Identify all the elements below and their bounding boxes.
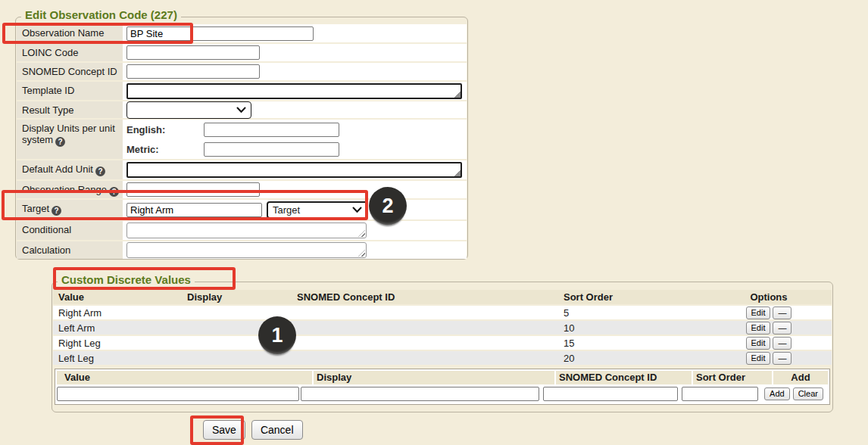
- add-table-header: Value Display SNOMED Concept ID Sort Ord…: [57, 371, 828, 384]
- row-snomed: SNOMED Concept ID: [17, 63, 467, 80]
- discrete-table-header: Value Display SNOMED Concept ID Sort Ord…: [53, 290, 832, 304]
- help-icon[interactable]: ?: [109, 187, 119, 197]
- result-type-label: Result Type: [17, 101, 123, 118]
- remove-button[interactable]: —: [773, 337, 792, 350]
- template-id-label: Template ID: [17, 82, 123, 100]
- header-sort-order: Sort Order: [562, 291, 706, 303]
- save-button[interactable]: Save: [203, 420, 245, 440]
- row-template-id: Template ID: [17, 82, 467, 100]
- add-sort-order-input[interactable]: [682, 387, 758, 401]
- english-units-label: English:: [126, 124, 204, 135]
- add-header-sort-order: Sort Order: [693, 371, 772, 384]
- default-add-unit-label: Default Add Unit?: [17, 160, 123, 179]
- calculation-label: Calculation: [17, 241, 123, 259]
- row-value: Left Arm: [53, 322, 187, 334]
- add-snomed-input[interactable]: [543, 387, 678, 401]
- remove-button[interactable]: —: [773, 352, 792, 365]
- page: Edit Observation Code (227) Observation …: [0, 0, 868, 445]
- metric-units-label: Metric:: [126, 144, 204, 155]
- calculation-textarea[interactable]: [126, 242, 367, 258]
- edit-button[interactable]: Edit: [746, 337, 771, 350]
- clear-button[interactable]: Clear: [793, 387, 823, 400]
- header-value: Value: [53, 291, 187, 303]
- custom-discrete-values-legend: Custom Discrete Values: [58, 273, 195, 286]
- observation-name-input[interactable]: [126, 26, 314, 41]
- result-type-select[interactable]: [126, 101, 251, 119]
- custom-discrete-values-fieldset: Custom Discrete Values Value Display SNO…: [52, 282, 833, 412]
- table-row: Left Leg 20 Edit —: [53, 351, 832, 365]
- observation-range-input[interactable]: [126, 182, 260, 197]
- header-options: Options: [706, 291, 832, 303]
- row-value: Right Arm: [53, 307, 187, 319]
- add-header-add: Add: [773, 371, 828, 384]
- help-icon[interactable]: ?: [55, 137, 65, 147]
- remove-button[interactable]: —: [773, 307, 792, 319]
- form-actions: Save Cancel: [203, 420, 303, 440]
- add-value-input[interactable]: [57, 387, 299, 401]
- target-select[interactable]: Target: [267, 201, 368, 219]
- display-units-label: Display Units per unit system?: [17, 120, 123, 159]
- target-selected-value: Target: [273, 204, 300, 216]
- snomed-input[interactable]: [126, 64, 260, 79]
- row-value: Right Leg: [53, 338, 187, 349]
- row-conditional: Conditional: [17, 221, 467, 240]
- conditional-label: Conditional: [17, 221, 123, 240]
- row-observation-name: Observation Name: [17, 24, 467, 42]
- chevron-down-icon: [236, 107, 246, 114]
- add-discrete-value-box: Value Display SNOMED Concept ID Sort Ord…: [55, 369, 830, 405]
- row-result-type: Result Type: [17, 101, 467, 118]
- metric-units-input[interactable]: [204, 142, 339, 157]
- target-input[interactable]: [126, 203, 262, 217]
- observation-name-label: Observation Name: [17, 24, 123, 42]
- template-id-textarea[interactable]: [126, 83, 462, 99]
- step-badge-1: 1: [258, 316, 296, 354]
- help-icon[interactable]: ?: [95, 166, 105, 176]
- loinc-label: LOINC Code: [17, 44, 123, 61]
- header-display: Display: [187, 291, 297, 303]
- row-default-add-unit: Default Add Unit?: [17, 160, 467, 179]
- chevron-down-icon: [352, 207, 362, 213]
- table-row: Right Arm 5 Edit —: [53, 306, 832, 319]
- row-value: Left Leg: [53, 353, 187, 364]
- loinc-input[interactable]: [126, 45, 260, 60]
- edit-observation-legend: Edit Observation Code (227): [21, 8, 181, 21]
- help-icon[interactable]: ?: [52, 206, 61, 216]
- header-snomed: SNOMED Concept ID: [297, 291, 562, 303]
- add-display-input[interactable]: [301, 387, 539, 401]
- target-label: Target?: [17, 200, 123, 219]
- snomed-label: SNOMED Concept ID: [17, 63, 123, 80]
- row-sort-order: 10: [562, 322, 706, 334]
- table-row: Left Arm 10 Edit —: [53, 321, 832, 335]
- add-header-value: Value: [57, 371, 312, 384]
- english-units-input[interactable]: [204, 123, 339, 137]
- edit-button[interactable]: Edit: [746, 322, 771, 335]
- row-display-units: Display Units per unit system? English: …: [17, 120, 467, 159]
- edit-button[interactable]: Edit: [746, 307, 771, 319]
- observation-range-label: Observation Range?: [17, 181, 123, 198]
- row-sort-order: 15: [562, 338, 706, 349]
- add-header-snomed: SNOMED Concept ID: [556, 371, 692, 384]
- edit-button[interactable]: Edit: [746, 352, 771, 365]
- add-button[interactable]: Add: [764, 387, 790, 400]
- row-calculation: Calculation: [17, 241, 467, 259]
- cancel-button[interactable]: Cancel: [251, 420, 303, 440]
- conditional-textarea[interactable]: [126, 222, 367, 238]
- step-badge-2: 2: [369, 187, 407, 225]
- edit-observation-fieldset: Edit Observation Code (227) Observation …: [15, 17, 468, 260]
- table-row: Right Leg 15 Edit —: [53, 336, 832, 350]
- row-loinc: LOINC Code: [17, 44, 467, 61]
- row-sort-order: 5: [562, 307, 706, 319]
- add-header-display: Display: [314, 371, 554, 384]
- default-add-unit-textarea[interactable]: [126, 162, 462, 178]
- row-sort-order: 20: [562, 353, 706, 364]
- remove-button[interactable]: —: [773, 322, 792, 335]
